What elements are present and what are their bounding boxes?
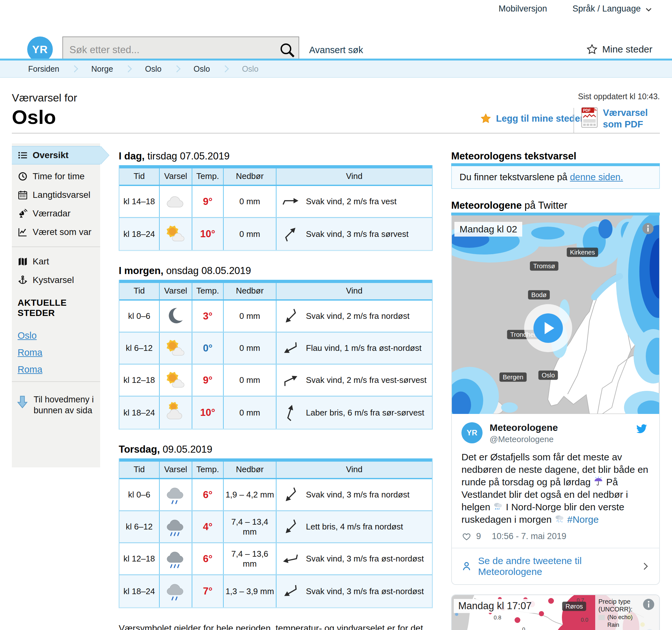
temperature-cell: 9° [192,365,224,396]
down-arrow-icon [16,395,28,409]
avatar[interactable]: YR [461,422,483,443]
sidebar-item-label: Time for time [33,171,85,182]
column-header: Nedbør [224,168,277,185]
city-label: Bodø [528,290,550,300]
svg-text:PDF: PDF [583,108,591,113]
time-cell: kl 12–18 [119,365,160,396]
sidebar-item-time-for-time[interactable]: Time for time [12,167,100,186]
accent-bar [451,213,660,215]
search-icon[interactable] [278,41,296,59]
hashtag-link[interactable]: #Norge [567,514,599,525]
heart-icon[interactable] [461,532,472,541]
sidebar-place-link[interactable]: Roma [12,364,100,375]
sidebar-jump-to-menu[interactable]: Til hovedmeny i bunnen av sida [12,387,100,416]
rain2-weather-icon [164,483,187,507]
add-to-my-places-button[interactable]: Legg til mine steder [480,113,584,124]
star-filled-icon [480,113,491,124]
chevron-separator-icon [222,65,229,73]
table-row[interactable]: kl 12–189°0 mmSvak vind, 2 m/s fra vest-… [119,365,432,397]
table-row[interactable]: kl 12–186°7,4 – 13,6 mmSvak vind, 3 m/s … [119,543,432,575]
mobile-version-link[interactable]: Mobilversjon [499,4,547,14]
language-menu[interactable]: Språk / Language [573,4,653,14]
sidebar-item-kystvarsel[interactable]: Kystvarsel [12,271,100,289]
tweet-author-handle[interactable]: @Meteorologene [489,435,558,444]
advanced-search-link[interactable]: Avansert søk [309,45,363,55]
sidebar-item-kart[interactable]: Kart [12,252,100,271]
sidebar-item-label: Værradar [33,208,70,219]
sidebar-item-v-ret-som-var[interactable]: Været som var [12,223,100,241]
legend-swatch [598,615,605,620]
tweet[interactable]: YR Meteorologene @Meteorologene Det er Ø… [452,414,659,548]
sidebar-item-langtidsvarsel[interactable]: Langtidsvarsel [12,186,100,204]
precipitation-cell: 0 mm [224,365,277,396]
time-cell: kl 0–6 [119,479,160,510]
radar-card[interactable]: Mandag kl 17:07 RørosLillehammer 0.70.00… [451,594,660,630]
radar-icon [18,208,28,219]
radar-map[interactable]: Mandag kl 17:07 RørosLillehammer 0.70.00… [452,595,659,630]
temperature-value: 3° [203,310,213,322]
info-icon[interactable] [642,223,654,235]
weather-symbol-cell [160,218,192,250]
radar-value-label: 0. [522,627,527,630]
breadcrumb-item[interactable]: Oslo [194,64,210,74]
add-to-my-places-label: Legg til mine steder [496,113,584,124]
forecast-table: TidVarselTemp.NedbørVindkl 0–66°1,9 – 4,… [119,459,433,608]
breadcrumb-item[interactable]: Forsiden [28,64,59,74]
language-label: Språk / Language [573,4,641,14]
sidebar-item-label: Kystvarsel [33,275,74,285]
column-header: Vind [277,168,432,185]
sidebar-place-link[interactable]: Oslo [12,330,100,341]
wind-direction-icon [283,402,298,423]
my-places-link[interactable]: Mine steder [586,44,652,55]
weather-symbol-cell [160,186,192,217]
map-icon [18,256,28,267]
sidebar-item-oversikt[interactable]: Oversikt [12,146,100,165]
table-row[interactable]: kl 0–63°0 mmSvak vind, 2 m/s fra nordøst [119,301,432,333]
table-row[interactable]: kl 0–66°1,9 – 4,2 mmSvak vind, 3 m/s fra… [119,479,432,511]
table-row[interactable]: kl 18–2410°0 mmSvak vind, 3 m/s fra sørv… [119,218,432,250]
table-header-row: TidVarselTemp.NedbørVind [119,168,432,186]
breadcrumb-item[interactable]: Norge [91,64,113,74]
precipitation-map[interactable]: Mandag kl 02 KirkenesTromsøBodøTrondheim… [452,215,659,414]
yr-logo[interactable]: YR [27,37,53,62]
temperature-cell: 3° [192,301,224,332]
tweet-timestamp[interactable]: 10:56 - 7. mai 2019 [492,531,567,541]
legend-label: Rain [607,622,619,628]
more-tweets-link[interactable]: Se de andre tweetene til Meteorologene [452,548,659,584]
top-utility-bar: Mobilversjon Språk / Language [0,0,672,15]
sidebar-item-v-rradar[interactable]: Værradar [12,204,100,223]
forecast-table: TidVarselTemp.NedbørVindkl 14–189°0 mmSv… [119,165,433,251]
my-places-label: Mine steder [602,44,652,55]
wind-description: Laber bris, 6 m/s fra sør-sørvest [306,408,424,418]
legend-label: (No echo) [607,614,633,621]
chevron-right-icon [641,561,650,571]
column-header: Temp. [192,283,224,299]
raincloud-emoji-icon [493,501,503,512]
table-row[interactable]: kl 18–2410°0 mmLaber bris, 6 m/s fra sør… [119,397,432,429]
partly-weather-icon [164,337,187,360]
table-row[interactable]: kl 6–120°0 mmFlau vind, 1 m/s fra øst-no… [119,333,432,365]
sidebar-place-link[interactable]: Roma [12,347,100,358]
pdf-forecast-link[interactable]: PDF Værvarsel som PDF [581,107,667,130]
table-row[interactable]: kl 18–247°1,3 – 3,9 mmSvak vind, 3 m/s f… [119,575,432,607]
play-button[interactable] [524,304,572,352]
table-row[interactable]: kl 6–124°7,4 – 13,4 mmLett bris, 4 m/s f… [119,511,432,543]
city-label: Bergen [500,373,527,382]
wind-cell: Svak vind, 3 m/s fra nordøst [277,479,432,510]
temperature-value: 4° [203,521,213,533]
wind-direction-icon [280,339,301,357]
radar-legend: Precip type (UNCORR): (No echo)Rain[5.00… [595,595,659,630]
cloud-weather-icon [164,190,187,213]
breadcrumb-item[interactable]: Oslo [145,64,161,74]
last-updated-text: Sist oppdatert kl 10:43. [578,92,660,101]
precipitation-cell: 0 mm [224,186,277,217]
wind-cell: Svak vind, 2 m/s fra nordøst [277,301,432,332]
rain2-weather-icon [164,580,187,603]
info-icon[interactable] [643,598,655,610]
twitter-bird-icon[interactable] [635,423,648,435]
table-row[interactable]: kl 14–189°0 mmSvak vind, 2 m/s fra vest [119,186,432,218]
tweet-author-name[interactable]: Meteorologene [489,422,558,433]
divider [573,108,574,133]
textforecast-box: Du finner tekstvarslene på denne siden. [451,166,660,189]
textforecast-link[interactable]: denne siden. [570,172,623,182]
